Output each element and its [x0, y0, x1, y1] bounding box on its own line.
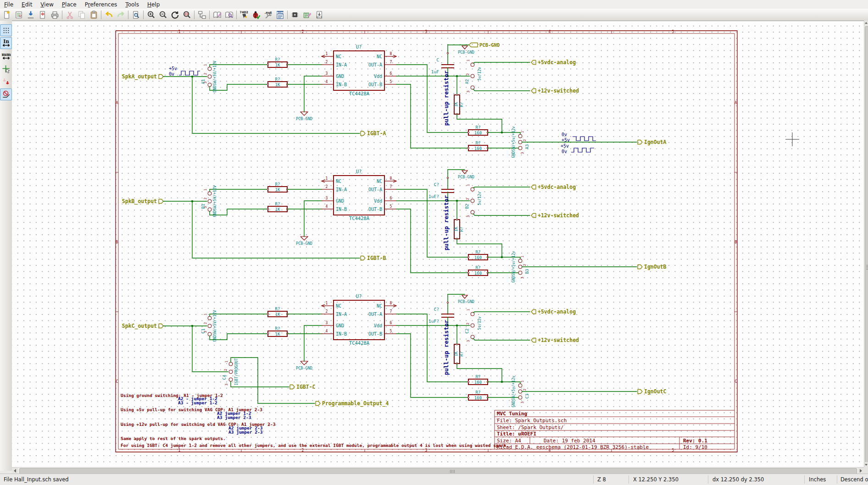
ic-pin-number[interactable]: 2	[326, 185, 328, 189]
menu-place[interactable]: Place	[58, 1, 81, 8]
undo-button[interactable]	[103, 9, 115, 20]
hier-label-SpkB_output[interactable]	[159, 199, 163, 204]
sheet-column-label[interactable]: 1	[178, 30, 181, 34]
schematic-canvas[interactable]: 1122334455AABBCCSpkA_output+5v0v123A1GND…	[12, 21, 864, 468]
hier-label-text[interactable]: +12v-switched	[538, 212, 579, 219]
wire[interactable]	[304, 325, 322, 361]
cut-button[interactable]	[64, 9, 76, 20]
find-button[interactable]	[130, 9, 142, 20]
title-size[interactable]: Size: A4	[497, 438, 521, 444]
ic-pin-number[interactable]: 3	[326, 321, 328, 325]
ic-pin-number[interactable]: 6	[390, 321, 392, 325]
jumper-pin-number[interactable]: 2	[203, 73, 207, 75]
pullup-note[interactable]: pull-up resistor	[443, 195, 450, 250]
zoom-fit-button[interactable]	[181, 9, 193, 20]
jumper-pin-number[interactable]: 1	[203, 64, 207, 66]
wire[interactable]	[396, 314, 468, 382]
redraw-view-button[interactable]	[169, 9, 181, 20]
wave-label[interactable]: 0v	[562, 132, 567, 137]
jumper-ref[interactable]: A3	[525, 144, 529, 149]
hier-label-text[interactable]: +5vdc-analog	[538, 59, 576, 66]
jumper-pin-number[interactable]: 3	[224, 384, 228, 386]
wire[interactable]	[396, 65, 468, 132]
jumper-value[interactable]: 5v/12v	[477, 67, 482, 81]
resistor-value[interactable]: 160	[474, 271, 482, 276]
resistor-ref[interactable]: R?	[476, 141, 481, 145]
resistor-value[interactable]: 160	[474, 396, 482, 400]
wire[interactable]	[473, 338, 530, 340]
ic-pin-number[interactable]: 3	[326, 196, 328, 200]
jumper-pin-number[interactable]: 2	[466, 323, 470, 325]
ic-value[interactable]: TC4428A	[349, 215, 370, 221]
pullup-note[interactable]: pull-up resistor	[443, 320, 450, 375]
jumper-pin-number[interactable]: 1	[520, 131, 524, 133]
hier-label-+12v-switched[interactable]	[531, 89, 536, 93]
resistor-value[interactable]: 1K	[275, 83, 280, 87]
hier-label-text[interactable]: Programmable_Output_4	[322, 400, 389, 407]
erc-check-button[interactable]	[250, 9, 262, 20]
jumper-ref[interactable]: B2	[465, 204, 469, 209]
print-button[interactable]	[49, 9, 61, 20]
ic-pin-number[interactable]: 2	[326, 309, 328, 314]
jumper-value[interactable]: 5v/12v	[477, 192, 482, 205]
wire[interactable]	[304, 201, 322, 237]
open-schematic-button[interactable]	[13, 9, 25, 20]
power-label[interactable]: PCB-GND	[458, 299, 474, 304]
jumper-value[interactable]: GNDSW/+5v/+12v	[511, 251, 516, 282]
ic-value[interactable]: TC4428A	[349, 91, 370, 96]
hier-label-text[interactable]: SpkB_output	[122, 198, 157, 205]
ic-pin-name[interactable]: IN-B	[336, 331, 347, 336]
resistor-value[interactable]: 160	[474, 380, 482, 385]
power-label[interactable]: PCB-GND	[458, 50, 474, 55]
wire[interactable]	[210, 334, 267, 340]
menu-view[interactable]: View	[36, 1, 57, 8]
wave-label[interactable]: 0v	[562, 149, 567, 154]
jumper-value[interactable]: GNDSW/+5V/+12V	[212, 310, 217, 342]
jumper-ref[interactable]: C1	[201, 329, 206, 334]
sheet-column-label[interactable]: 5	[672, 30, 674, 34]
wire[interactable]	[473, 214, 530, 215]
wire[interactable]	[231, 358, 315, 403]
vertical-scroll-thumb[interactable]	[865, 26, 868, 463]
hier-label-IGBT-C[interactable]	[290, 385, 295, 389]
resistor-value[interactable]: 1K	[454, 102, 458, 107]
wire[interactable]	[396, 84, 468, 148]
ic-pin-name[interactable]: IN-A	[336, 187, 347, 192]
note-text[interactable]: A3 jumper 2-3	[228, 430, 263, 435]
jumper-ref[interactable]: C4	[222, 375, 227, 380]
jumper-value[interactable]: GNDSW/+5V/+12V	[212, 185, 217, 217]
power-symbol[interactable]	[462, 295, 467, 298]
jumper-ref[interactable]: B1	[201, 204, 206, 209]
jumper-pin-number[interactable]: 1	[224, 361, 228, 363]
hier-label-SpkC_output[interactable]	[159, 324, 163, 328]
jumper-ref[interactable]: A2	[465, 79, 469, 84]
ic-pin-name[interactable]: NC	[377, 303, 382, 309]
ic-pin-name[interactable]: GND	[336, 323, 344, 328]
hier-label-+5vdc-analog[interactable]	[531, 185, 536, 189]
title-rev[interactable]: Rev: 0.1	[683, 438, 707, 444]
ic-pin-name[interactable]: OUT-B	[368, 207, 382, 212]
jumper-pin-number[interactable]: 1	[520, 256, 524, 258]
ic-pin-number[interactable]: 7	[390, 309, 392, 314]
wire[interactable]	[231, 381, 289, 387]
cap-value[interactable]: 1uF?	[428, 319, 439, 324]
hier-label-pcb-gnd[interactable]	[469, 43, 478, 47]
zoom-in-button[interactable]	[145, 9, 157, 20]
scroll-up-button[interactable]	[864, 21, 868, 26]
gnd-symbol[interactable]	[300, 361, 308, 365]
sheet-row-label[interactable]: A	[735, 101, 737, 105]
hier-label-text[interactable]: IgnOutC	[644, 388, 667, 395]
ic-pin-name[interactable]: OUT-A	[368, 62, 382, 67]
sheet-row-label[interactable]: A	[116, 101, 118, 105]
ic-pin-number[interactable]: 1	[326, 176, 328, 181]
ic-pin-name[interactable]: OUT-B	[368, 331, 382, 336]
jumper-pin-number[interactable]: 1	[466, 309, 470, 311]
ic-pin-number[interactable]: 8	[390, 176, 392, 181]
resistor-ref[interactable]: R?	[476, 125, 481, 130]
sheet-column-label[interactable]: 2	[302, 30, 304, 34]
jumper-ref[interactable]: C2	[465, 329, 469, 334]
jumper-pin-number[interactable]: 3	[520, 277, 524, 279]
resistor-value[interactable]: 1K	[275, 312, 280, 317]
title-company[interactable]: MVC Tuning	[497, 411, 527, 417]
cap-ref[interactable]: C?	[434, 182, 439, 187]
